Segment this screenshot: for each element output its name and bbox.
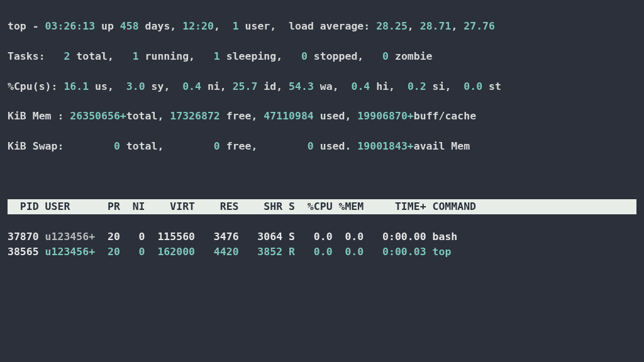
tasks-zombie: 0 bbox=[382, 50, 389, 62]
top-prefix: top - bbox=[8, 20, 45, 32]
cpu-line: %Cpu(s): 16.1 us, 3.0 sy, 0.4 ni, 25.7 i… bbox=[8, 79, 636, 94]
tasks-total: 2 bbox=[64, 50, 70, 62]
pid: 37870 bbox=[8, 231, 39, 243]
swap-free: 0 bbox=[214, 140, 220, 152]
cpu-wa: 54.3 bbox=[289, 80, 314, 92]
process-row[interactable]: 38565 u123456+ 20 0 162000 4420 3852 R 0… bbox=[8, 244, 636, 260]
tasks-running: 1 bbox=[133, 50, 139, 62]
swap-used: 0 bbox=[308, 140, 314, 152]
cpu-hi: 0.4 bbox=[351, 80, 370, 92]
cpu-si: 0.2 bbox=[408, 80, 426, 92]
mem-buff: 19906870+ bbox=[357, 110, 413, 122]
uptime-days: 458 bbox=[120, 20, 139, 32]
user: u123456+ bbox=[39, 246, 108, 258]
cpu-id: 25.7 bbox=[233, 80, 258, 92]
uptime-hm: 12:20 bbox=[182, 20, 214, 32]
tasks-line: Tasks: 2 total, 1 running, 1 sleeping, 0… bbox=[8, 49, 636, 64]
process-row[interactable]: 37870 u123456+ 20 0 115560 3476 3064 S 0… bbox=[8, 229, 636, 244]
cpu-sy: 3.0 bbox=[126, 80, 145, 92]
swap-avail: 19001843+ bbox=[357, 140, 413, 152]
mem-line: KiB Mem : 26350656+total, 17326872 free,… bbox=[8, 109, 636, 124]
pid: 38565 bbox=[8, 246, 39, 258]
blank-line bbox=[8, 169, 636, 184]
column-header: PID USER PR NI VIRT RES SHR S %CPU %MEM … bbox=[8, 199, 636, 214]
process-stats: 20 0 162000 4420 3852 R 0.0 0.0 0:00.03 … bbox=[108, 246, 451, 258]
process-list: 37870 u123456+ 20 0 115560 3476 3064 S 0… bbox=[8, 229, 636, 260]
mem-used: 47110984 bbox=[264, 110, 313, 122]
process-stats: 20 0 115560 3476 3064 S 0.0 0.0 0:00.00 … bbox=[108, 231, 457, 243]
terminal[interactable]: top - 03:26:13 up 458 days, 12:20, 1 use… bbox=[0, 0, 644, 278]
summary-line: top - 03:26:13 up 458 days, 12:20, 1 use… bbox=[8, 19, 636, 34]
load-5m: 28.71 bbox=[420, 20, 452, 32]
mem-total: 26350656+ bbox=[70, 110, 126, 122]
swap-total: 0 bbox=[114, 140, 120, 152]
user-count: 1 bbox=[233, 20, 239, 32]
user: u123456+ bbox=[39, 231, 108, 243]
tasks-stopped: 0 bbox=[301, 50, 308, 62]
time: 03:26:13 bbox=[45, 20, 95, 32]
cpu-st: 0.0 bbox=[464, 80, 482, 92]
load-1m: 28.25 bbox=[376, 20, 408, 32]
cpu-us: 16.1 bbox=[64, 80, 89, 92]
cpu-ni: 0.4 bbox=[182, 80, 201, 92]
swap-line: KiB Swap: 0 total, 0 free, 0 used. 19001… bbox=[8, 139, 636, 154]
mem-free: 17326872 bbox=[170, 110, 219, 122]
tasks-sleeping: 1 bbox=[214, 50, 220, 62]
load-15m: 27.76 bbox=[464, 20, 495, 32]
